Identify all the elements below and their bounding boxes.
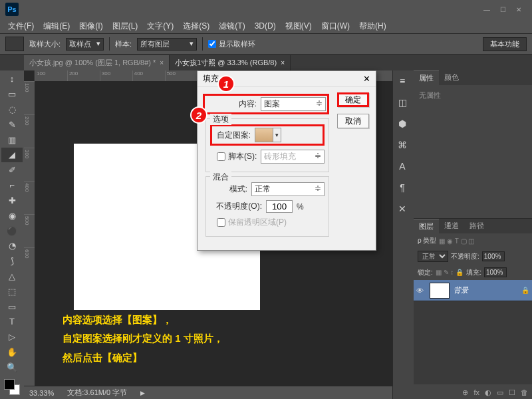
new-layer-icon[interactable]: ☐ [509, 388, 515, 397]
tool-preset-icon[interactable] [5, 37, 24, 51]
mode-select[interactable]: 正常 [251, 182, 325, 196]
menu-view[interactable]: 视图(V) [281, 19, 316, 33]
menu-image[interactable]: 图像(I) [75, 19, 106, 33]
color-swatches[interactable] [1, 378, 23, 399]
brush-tool[interactable]: ⌐ [1, 178, 23, 193]
clone-stamp-tool[interactable]: ✚ [1, 194, 23, 208]
marquee-tool[interactable]: ▭ [1, 87, 23, 102]
history-panel-icon[interactable]: ≡ [394, 73, 410, 89]
custom-pattern-label: 自定图案: [213, 130, 255, 141]
annotation-badge-2: 2 [190, 106, 207, 124]
lasso-tool[interactable]: ◌ [1, 102, 23, 117]
script-checkbox[interactable] [217, 152, 225, 161]
eraser-tool[interactable]: ⚫ [1, 223, 23, 238]
styles-panel-icon[interactable]: ⬢ [394, 116, 410, 132]
zoom-tool[interactable]: 🔍 [1, 360, 23, 374]
close-icon[interactable]: × [160, 59, 164, 66]
history-brush-tool[interactable]: ◉ [1, 208, 23, 223]
ps-logo: Ps [5, 3, 19, 16]
document-tabs: 小女孩.jpg @ 100% (图层 1, RGB/8#) *× 小女孩1寸照 … [0, 55, 532, 70]
layer-filter-icons[interactable]: ▦ ◉ T ▢ ◫ [439, 237, 474, 245]
tab-properties[interactable]: 属性 [414, 70, 439, 85]
fx-icon[interactable]: fx [473, 388, 479, 396]
document-tab[interactable]: 小女孩.jpg @ 100% (图层 1, RGB/8#) *× [24, 55, 170, 70]
move-tool[interactable]: ↕ [1, 72, 23, 86]
layer-row[interactable]: 👁 背景 🔒 [414, 280, 532, 301]
layer-filter-label: ρ 类型 [418, 236, 436, 245]
ok-button[interactable]: 确定 [337, 92, 369, 107]
swatches-panel-icon[interactable]: ◫ [394, 94, 410, 110]
mask-icon[interactable]: ◐ [485, 388, 491, 397]
mode-label: 模式: [210, 184, 251, 195]
close-panel-icon[interactable]: ✕ [394, 201, 410, 217]
menu-layer[interactable]: 图层(L) [108, 19, 142, 33]
delete-layer-icon[interactable]: 🗑 [521, 388, 528, 396]
sample-size-label: 取样大小: [29, 39, 61, 49]
window-minimize-button[interactable]: — [479, 4, 495, 15]
opacity-input[interactable] [266, 200, 293, 213]
menu-filter[interactable]: 滤镜(T) [215, 19, 249, 33]
link-layers-icon[interactable]: ⊕ [462, 388, 468, 397]
preserve-transparency-label: 保留透明区域(P) [228, 217, 287, 228]
fill-input[interactable] [484, 267, 507, 277]
opacity-input[interactable] [482, 251, 505, 261]
zoom-level[interactable]: 33.33% [29, 389, 54, 397]
menu-select[interactable]: 选择(S) [179, 19, 213, 33]
healing-brush-tool[interactable]: ✐ [1, 163, 23, 178]
menubar: 文件(F) 编辑(E) 图像(I) 图层(L) 文字(Y) 选择(S) 滤镜(T… [0, 19, 532, 33]
hand-tool[interactable]: ✋ [1, 345, 23, 360]
layer-name[interactable]: 背景 [454, 285, 517, 295]
tab-color[interactable]: 颜色 [439, 70, 464, 85]
visibility-icon[interactable]: 👁 [416, 287, 426, 295]
tab-layers[interactable]: 图层 [414, 219, 439, 233]
shape-tool[interactable]: ▷ [1, 330, 23, 344]
eyedropper-tool[interactable]: ◢ [1, 148, 23, 162]
sample-select[interactable]: 所有图层 [137, 38, 197, 51]
options-label: 选项 [210, 114, 231, 125]
menu-edit[interactable]: 编辑(E) [39, 19, 74, 33]
foreground-color[interactable] [4, 379, 15, 390]
path-tool[interactable]: T [1, 315, 23, 329]
new-group-icon[interactable]: ▭ [497, 388, 503, 397]
script-select: 砖形填充 [261, 150, 325, 164]
blend-mode-select[interactable]: 正常 [418, 251, 448, 262]
menu-help[interactable]: 帮助(H) [355, 19, 390, 33]
pen-tool[interactable]: ⬚ [1, 284, 23, 299]
window-maximize-button[interactable]: ☐ [495, 4, 511, 15]
tab-channels[interactable]: 通道 [439, 219, 464, 233]
gradient-tool[interactable]: ◔ [1, 239, 23, 253]
dodge-tool[interactable]: △ [1, 269, 23, 284]
tab-paths[interactable]: 路径 [464, 219, 489, 233]
pattern-dropdown-button[interactable]: ▾ [273, 128, 281, 142]
adjustments-panel-icon[interactable]: ⌘ [394, 137, 410, 153]
pattern-thumbnail[interactable] [255, 128, 273, 142]
statusbar: 33.33% 文档:3.61M/0 字节 ▶ [24, 386, 392, 399]
layer-list: 👁 背景 🔒 [414, 280, 532, 384]
document-info[interactable]: 文档:3.61M/0 字节 [67, 388, 127, 398]
menu-window[interactable]: 窗口(W) [317, 19, 354, 33]
properties-body: 无属性 [414, 85, 532, 218]
menu-file[interactable]: 文件(F) [4, 19, 38, 33]
dialog-close-button[interactable]: ✕ [363, 74, 370, 84]
window-close-button[interactable]: ✕ [511, 4, 527, 15]
document-tab[interactable]: 小女孩1寸照 @ 33.3% (RGB/8)× [170, 55, 291, 70]
menu-3d[interactable]: 3D(D) [251, 20, 280, 32]
close-icon[interactable]: × [281, 59, 285, 66]
crop-tool[interactable]: ▥ [1, 132, 23, 147]
character-panel-icon[interactable]: A [394, 158, 410, 174]
magic-wand-tool[interactable]: ✎ [1, 117, 23, 132]
type-tool[interactable]: ▭ [1, 299, 23, 314]
menu-type[interactable]: 文字(Y) [143, 19, 178, 33]
workspace-switcher[interactable]: 基本功能 [483, 37, 527, 51]
blur-tool[interactable]: ⟆ [1, 254, 23, 269]
preserve-transparency-checkbox[interactable] [217, 218, 225, 227]
sample-size-select[interactable]: 取样点 [66, 38, 104, 51]
content-select[interactable]: 图案 [261, 97, 326, 111]
tutorial-annotation: 内容选项选择【图案】， 自定图案选择刚才定义的 1 寸照片， 然后点击【确定】 [63, 311, 223, 368]
cancel-button[interactable]: 取消 [337, 114, 369, 128]
show-sample-ring-checkbox[interactable]: 显示取样环 [208, 39, 255, 49]
paragraph-panel-icon[interactable]: ¶ [394, 180, 410, 196]
lock-icons[interactable]: ▦ ✎ ↕ 🔒 [436, 269, 464, 276]
divider [109, 37, 110, 51]
layer-thumbnail[interactable] [430, 283, 450, 299]
